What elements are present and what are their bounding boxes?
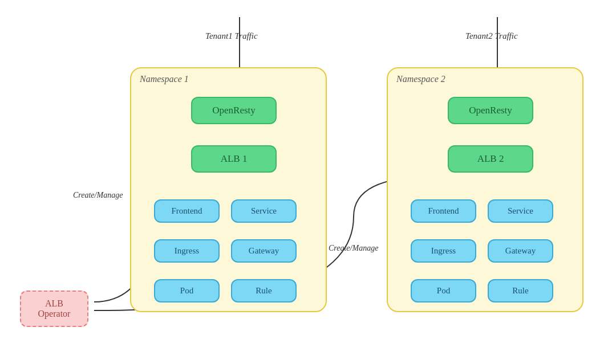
tenant2-traffic-label: Tenant2 Traffic	[465, 31, 518, 41]
ns2-ingress: Ingress	[411, 239, 476, 263]
namespace2-label: Namespace 2	[396, 74, 445, 84]
namespace2-alb: ALB 2	[448, 145, 533, 173]
ns1-frontend: Frontend	[154, 199, 220, 223]
namespace1-openresty: OpenResty	[191, 97, 277, 124]
ns1-service: Service	[231, 199, 297, 223]
ns2-service: Service	[488, 199, 553, 223]
alb-operator-box: ALBOperator	[20, 291, 88, 327]
ns2-gateway: Gateway	[488, 239, 553, 263]
diagram: Tenant1 Traffic Tenant2 Traffic Namespac…	[0, 0, 616, 364]
namespace1-label: Namespace 1	[140, 74, 189, 84]
tenant1-traffic-label: Tenant1 Traffic	[205, 31, 258, 41]
namespace1-box: Namespace 1 OpenResty ALB 1 Frontend Ser…	[130, 67, 327, 312]
ns1-rule: Rule	[231, 279, 297, 302]
ns2-pod: Pod	[411, 279, 476, 302]
create-manage-label-1: Create/Manage	[73, 191, 123, 200]
ns1-gateway: Gateway	[231, 239, 297, 263]
create-manage-label-2: Create/Manage	[329, 244, 378, 253]
alb-operator-label: ALBOperator	[38, 298, 71, 318]
namespace2-box: Namespace 2 OpenResty ALB 2 Frontend Ser…	[387, 67, 583, 312]
ns2-frontend: Frontend	[411, 199, 476, 223]
ns2-rule: Rule	[488, 279, 553, 302]
namespace2-openresty: OpenResty	[448, 97, 533, 124]
namespace1-alb: ALB 1	[191, 145, 277, 173]
ns1-pod: Pod	[154, 279, 220, 302]
ns1-ingress: Ingress	[154, 239, 220, 263]
